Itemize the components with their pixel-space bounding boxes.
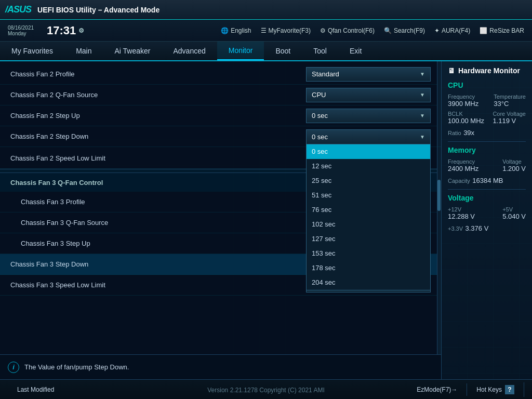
dropdown-option-76sec[interactable]: 76 sec (307, 203, 430, 217)
hw-mem-capacity-label: Capacity (448, 178, 470, 184)
nav-item-monitor[interactable]: Monitor (217, 42, 264, 60)
label-chassis-fan2-step-down: Chassis Fan 2 Step Down (10, 132, 306, 140)
nav-item-favorites[interactable]: My Favorites (0, 42, 64, 60)
day-text: Monday (8, 31, 34, 36)
nav-bar: My Favorites Main Ai Tweaker Advanced Mo… (0, 42, 532, 61)
version-text: Version 2.21.1278 Copyright (C) 2021 AMI (207, 387, 324, 394)
label-chassis-fan2-qfan-source: Chassis Fan 2 Q-Fan Source (10, 91, 306, 99)
label-chassis-fan2-profile: Chassis Fan 2 Profile (10, 70, 306, 78)
nav-item-aitweaker[interactable]: Ai Tweaker (103, 42, 162, 60)
nav-item-boot[interactable]: Boot (264, 42, 302, 60)
hw-mem-capacity-value: 16384 MB (472, 177, 503, 184)
qfan-label: Qfan Control(F6) (328, 27, 375, 34)
hw-cpu-frequency-label: Frequency (448, 94, 478, 100)
hw-v5-label: +5V (502, 206, 526, 212)
chevron-down-icon-2: ▼ (420, 92, 425, 98)
hw-cpu-temperature-value: 33°C (494, 100, 526, 108)
hw-mem-frequency: Frequency 2400 MHz (448, 158, 478, 172)
row-chassis-fan2-qfan-source[interactable]: Chassis Fan 2 Q-Fan Source CPU ▼ (0, 85, 441, 105)
hw-v12-v5: +12V 12.288 V +5V 5.040 V (448, 206, 526, 220)
dropdown-chassis-fan2-qfan-source[interactable]: CPU ▼ (306, 88, 431, 102)
language-selector[interactable]: 🌐 English (221, 27, 251, 34)
resize-btn[interactable]: ⬜ ReSize BAR (480, 27, 524, 34)
hw-cpu-ratio-label: Ratio (448, 130, 461, 136)
footer: Last Modified EzMode(F7)→ Hot Keys ? Ver… (0, 379, 532, 399)
hot-keys-btn[interactable]: Hot Keys ? (467, 382, 524, 397)
nav-item-main[interactable]: Main (64, 42, 103, 60)
control-chassis-fan2-step-down[interactable]: 0 sec ▼ 0 sec 12 sec 25 sec (306, 129, 431, 144)
hw-cpu-frequency-value: 3900 MHz (448, 100, 478, 108)
option-127sec-label: 127 sec (312, 235, 336, 243)
nav-exit-label: Exit (350, 47, 362, 55)
ez-mode-btn[interactable]: EzMode(F7)→ (407, 383, 467, 396)
label-chassis-fan3-qfan-source: Chassis Fan 3 Q-Fan Source (10, 219, 306, 227)
last-modified-btn[interactable]: Last Modified (8, 383, 63, 396)
nav-aitweaker-label: Ai Tweaker (114, 47, 150, 55)
control-chassis-fan2-profile[interactable]: Standard ▼ (306, 67, 431, 82)
option-25sec-label: 25 sec (312, 177, 331, 184)
scroll-thumb[interactable] (437, 180, 441, 211)
dropdown-option-178sec[interactable]: 178 sec (307, 261, 430, 275)
control-chassis-fan2-qfan-source[interactable]: CPU ▼ (306, 88, 431, 102)
aura-btn[interactable]: ✦ AURA(F4) (434, 27, 470, 34)
hw-monitor-title-text: Hardware Monitor (458, 66, 520, 75)
fan-icon: ⚙ (320, 27, 326, 34)
dropdown-option-127sec[interactable]: 127 sec (307, 232, 430, 246)
row-chassis-fan2-step-up[interactable]: Chassis Fan 2 Step Up 0 sec ▼ (0, 105, 441, 126)
nav-advanced-label: Advanced (173, 47, 205, 55)
footer-version: Version 2.21.1278 Copyright (C) 2021 AMI (207, 387, 324, 394)
hw-cpu-title: CPU (448, 81, 526, 89)
question-icon: ? (505, 385, 514, 394)
dropdown-option-102sec[interactable]: 102 sec (307, 217, 430, 232)
option-204sec-label: 204 sec (312, 278, 336, 286)
hw-mem-voltage-label: Voltage (502, 158, 526, 165)
dropdown-option-204sec[interactable]: 204 sec (307, 275, 430, 290)
settings-gear-icon[interactable]: ⚙ (78, 28, 84, 34)
row-chassis-fan2-profile[interactable]: Chassis Fan 2 Profile Standard ▼ (0, 64, 441, 85)
content-area: Chassis Fan 2 Profile Standard ▼ Chassis… (0, 61, 441, 379)
hw-cpu-temperature: Temperature 33°C (494, 94, 526, 108)
info-text: The Value of fan/pump Step Down. (24, 363, 129, 371)
dropdown-option-51sec[interactable]: 51 sec (307, 188, 430, 203)
nav-item-exit[interactable]: Exit (338, 42, 373, 60)
resize-icon: ⬜ (480, 27, 487, 34)
dropdown-option-0sec[interactable]: 0 sec (307, 144, 430, 159)
hw-v5: +5V 5.040 V (502, 206, 526, 220)
hw-v12: +12V 12.288 V (448, 206, 475, 220)
hw-v33-label: +3.3V (448, 225, 463, 232)
dropdown-chassis-fan2-step-up[interactable]: 0 sec ▼ (306, 109, 431, 123)
nav-item-advanced[interactable]: Advanced (162, 42, 217, 60)
dropdown-option-153sec[interactable]: 153 sec (307, 246, 430, 261)
hw-cpu-core-voltage-value: 1.119 V (493, 117, 526, 125)
hw-v5-value: 5.040 V (502, 212, 526, 220)
label-chassis-fan3-speed-low-limit: Chassis Fan 3 Speed Low Limit (10, 281, 306, 289)
dropdown-option-12sec[interactable]: 12 sec (307, 159, 430, 174)
hw-cpu-freq-temp: Frequency 3900 MHz Temperature 33°C (448, 94, 526, 108)
section-header-label-chassis-fan3: Chassis Fan 3 Q-Fan Control (10, 179, 103, 187)
time-value: 17:31 (47, 25, 76, 36)
qfan-btn[interactable]: ⚙ Qfan Control(F6) (320, 27, 375, 34)
asus-logo-text: /ASUS (5, 4, 31, 15)
label-chassis-fan3-step-up: Chassis Fan 3 Step Up (10, 240, 306, 247)
hw-v33-value: 3.376 V (466, 224, 489, 232)
row-chassis-fan2-step-down[interactable]: Chassis Fan 2 Step Down 0 sec ▼ 0 sec 12… (0, 126, 441, 147)
header-title: UEFI BIOS Utility – Advanced Mode (37, 6, 527, 14)
search-label: Search(F9) (394, 27, 425, 34)
hw-mem-capacity: Capacity 16384 MB (448, 176, 526, 185)
scrollbar[interactable] (437, 61, 441, 354)
dropdown-value-chassis-fan2-profile: Standard (312, 70, 339, 78)
nav-item-tool[interactable]: Tool (302, 42, 338, 60)
control-chassis-fan2-step-up[interactable]: 0 sec ▼ (306, 109, 431, 123)
hw-cpu-bclk-voltage: BCLK 100.00 MHz Core Voltage 1.119 V (448, 111, 526, 125)
dropdown-chassis-fan2-profile[interactable]: Standard ▼ (306, 67, 431, 82)
myfavorite-btn[interactable]: ☰ MyFavorite(F3) (261, 27, 311, 34)
dropdown-option-25sec[interactable]: 25 sec (307, 174, 430, 188)
toolbar-items: 🌐 English ☰ MyFavorite(F3) ⚙ Qfan Contro… (95, 27, 524, 34)
search-btn[interactable]: 🔍 Search(F9) (384, 27, 425, 34)
option-0sec-label: 0 sec (312, 148, 328, 155)
dropdown-chassis-fan2-step-down-selected[interactable]: 0 sec ▼ (306, 129, 431, 144)
hw-monitor-title: 🖥 Hardware Monitor (448, 66, 526, 75)
language-label: English (231, 27, 251, 34)
label-chassis-fan3-step-down: Chassis Fan 3 Step Down (10, 260, 306, 268)
myfavorite-label: MyFavorite(F3) (269, 27, 311, 34)
